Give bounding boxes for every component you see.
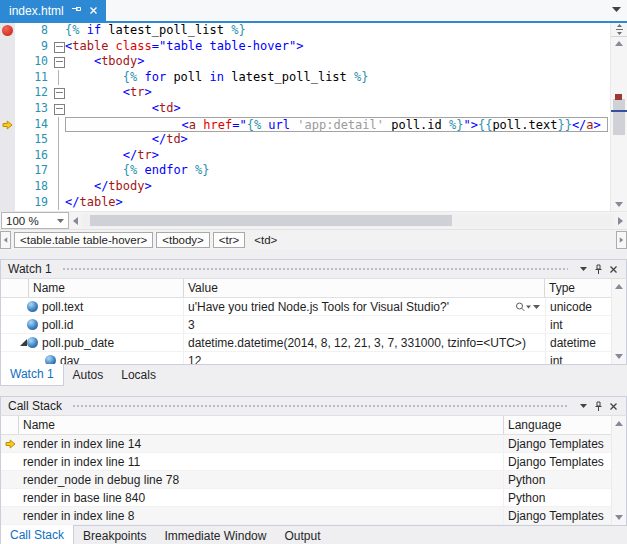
tab-output[interactable]: Output: [275, 526, 329, 544]
callstack-row[interactable]: render in base line 840Python: [1, 489, 626, 507]
outline-margin[interactable]: [52, 148, 65, 164]
scroll-up-arrow-icon[interactable]: [615, 421, 623, 426]
watch-name-cell[interactable]: poll.text: [1, 298, 184, 315]
tab-call-stack[interactable]: Call Stack: [0, 525, 74, 544]
tab-list-chevron-icon[interactable]: [612, 7, 621, 12]
breakpoint-margin[interactable]: [0, 195, 15, 211]
watch-header-row[interactable]: NameValueType: [1, 279, 626, 298]
editor-line[interactable]: 12 <tr>: [0, 85, 611, 101]
editor-line[interactable]: 14 <a href="{% url 'app:detail' poll.id …: [0, 117, 611, 133]
close-icon[interactable]: [89, 4, 98, 18]
window-position-chevron-icon[interactable]: [576, 399, 591, 414]
callstack-row[interactable]: render in index line 14Django Templates: [1, 435, 626, 453]
hscroll-right-arrow-icon[interactable]: [614, 217, 627, 225]
callstack-header-row[interactable]: NameLanguage: [1, 416, 626, 435]
outline-margin[interactable]: [52, 163, 65, 179]
breadcrumb-left-arrow-icon[interactable]: [0, 231, 11, 249]
collapse-box-icon[interactable]: [54, 88, 65, 99]
outline-margin[interactable]: [52, 195, 65, 211]
editor-zoom-select[interactable]: 100 %: [1, 212, 69, 229]
splitter[interactable]: [0, 250, 627, 259]
watch-column-header[interactable]: Value: [184, 279, 545, 297]
code-text[interactable]: {% for poll in latest_poll_list %}: [65, 70, 611, 86]
breadcrumb-item[interactable]: <table.table table-hover>: [14, 232, 153, 248]
collapse-box-icon[interactable]: [54, 57, 65, 68]
editor-line[interactable]: 13 <td>: [0, 101, 611, 117]
code-text[interactable]: </td>: [65, 132, 611, 148]
breakpoint-margin[interactable]: [0, 85, 15, 101]
pin-icon[interactable]: [591, 399, 606, 414]
outline-margin[interactable]: [52, 117, 65, 133]
watch-row[interactable]: poll.pub_datedatetime.datetime(2014, 8, …: [1, 334, 626, 352]
callstack-column-header[interactable]: Name: [19, 416, 504, 434]
code-text[interactable]: {% if latest_poll_list %}: [65, 23, 611, 39]
code-text[interactable]: <tr>: [65, 85, 611, 101]
code-text[interactable]: </tr>: [65, 148, 611, 164]
code-text[interactable]: <tbody>: [65, 54, 611, 70]
code-editor[interactable]: 8{% if latest_poll_list %}9<table class=…: [0, 23, 627, 211]
code-text[interactable]: {% endfor %}: [65, 163, 611, 179]
close-icon[interactable]: [606, 262, 621, 277]
magnifier-icon[interactable]: [515, 302, 531, 312]
scroll-down-arrow-icon[interactable]: [615, 354, 623, 359]
editor-line[interactable]: 8{% if latest_poll_list %}: [0, 23, 611, 39]
breakpoint-margin[interactable]: [0, 101, 15, 117]
pin-icon[interactable]: [591, 262, 606, 277]
scroll-down-arrow-icon[interactable]: [611, 198, 627, 211]
breakpoint-margin[interactable]: [0, 23, 15, 39]
outline-margin[interactable]: [52, 39, 65, 55]
editor-line[interactable]: 18 </tbody>: [0, 179, 611, 195]
breadcrumb-right-arrow-icon[interactable]: [616, 231, 627, 249]
document-tab[interactable]: index.html: [0, 0, 106, 21]
window-position-chevron-icon[interactable]: [576, 262, 591, 277]
watch-row[interactable]: day12int: [1, 352, 626, 365]
scroll-up-arrow-icon[interactable]: [615, 284, 623, 289]
code-text[interactable]: </tbody>: [65, 179, 611, 195]
watch-name-cell[interactable]: poll.id: [1, 316, 184, 333]
code-text[interactable]: <table class="table table-hover">: [65, 39, 611, 55]
watch-value-cell[interactable]: datetime.datetime(2014, 8, 12, 21, 3, 7,…: [184, 334, 546, 351]
breakpoint-margin[interactable]: [0, 179, 15, 195]
watch-value-cell[interactable]: 12: [184, 352, 546, 365]
editor-line[interactable]: 15 </td>: [0, 132, 611, 148]
watch-row[interactable]: poll.id3int: [1, 316, 626, 334]
watch-value-cell[interactable]: 3: [184, 316, 546, 333]
pin-icon[interactable]: [71, 4, 82, 18]
outline-margin[interactable]: [52, 85, 65, 101]
code-text[interactable]: <a href="{% url 'app:detail' poll.id %}"…: [65, 117, 608, 133]
callstack-vertical-scrollbar[interactable]: [611, 416, 626, 525]
collapse-box-icon[interactable]: [54, 104, 65, 115]
watch-vertical-scrollbar[interactable]: [611, 279, 626, 364]
callstack-column-header[interactable]: Language: [504, 416, 626, 434]
editor-line[interactable]: 17 {% endfor %}: [0, 163, 611, 179]
breakpoint-margin[interactable]: [0, 70, 15, 86]
scroll-thumb[interactable]: [613, 99, 625, 135]
code-text[interactable]: <td>: [65, 101, 611, 117]
close-icon[interactable]: [606, 399, 621, 414]
tab-breakpoints[interactable]: Breakpoints: [74, 526, 155, 544]
callstack-row[interactable]: render_node in debug line 78Python: [1, 471, 626, 489]
hscroll-left-arrow-icon[interactable]: [69, 217, 82, 225]
breakpoint-margin[interactable]: [0, 39, 15, 55]
breakpoint-margin[interactable]: [0, 132, 15, 148]
breakpoint-margin[interactable]: [0, 148, 15, 164]
scroll-track[interactable]: [611, 49, 627, 198]
breadcrumb-item[interactable]: <td>: [248, 232, 283, 248]
callstack-row[interactable]: render in index line 8Django Templates: [1, 507, 626, 525]
watch-value-cell[interactable]: u'Have you tried Node.js Tools for Visua…: [184, 298, 546, 315]
value-visualizer-tools[interactable]: [515, 302, 545, 312]
callstack-row[interactable]: render in index line 11Django Templates: [1, 453, 626, 471]
code-text[interactable]: </table>: [65, 195, 611, 211]
breadcrumb-item[interactable]: <tbody>: [156, 232, 210, 248]
expanded-triangle-icon[interactable]: [20, 339, 27, 346]
editor-line[interactable]: 19</table>: [0, 195, 611, 211]
editor-line[interactable]: 11 {% for poll in latest_poll_list %}: [0, 70, 611, 86]
tab-autos[interactable]: Autos: [64, 365, 113, 386]
outline-margin[interactable]: [52, 23, 65, 39]
hscroll-thumb[interactable]: [90, 215, 452, 226]
editor-line[interactable]: 10 <tbody>: [0, 54, 611, 70]
chevron-down-icon[interactable]: [533, 305, 540, 309]
editor-horizontal-scrollbar[interactable]: [82, 214, 614, 227]
tab-immediate-window[interactable]: Immediate Window: [155, 526, 275, 544]
outline-margin[interactable]: [52, 101, 65, 117]
